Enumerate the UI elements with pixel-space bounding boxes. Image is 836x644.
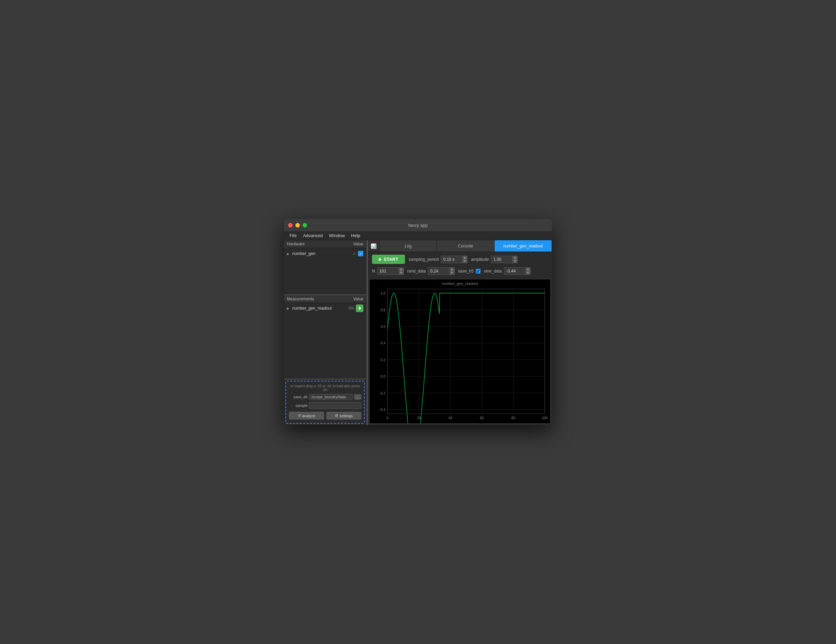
right-panel: 📊 Log Console number_gen_readout START s… (368, 240, 552, 425)
menu-file[interactable]: File (287, 232, 299, 239)
save-dir-row: save_dir /scope_foundry/data ... (289, 394, 361, 400)
rand-data-stepper[interactable]: ▲ ▼ (450, 268, 454, 275)
hardware-item-label: number_gen (292, 251, 351, 256)
N-group: N 101 ▲ ▼ (372, 267, 404, 275)
minimize-button[interactable] (296, 223, 300, 227)
tab-readout[interactable]: number_gen_readout (495, 240, 552, 252)
amplitude-stepper[interactable]: ▲ ▼ (513, 256, 517, 263)
amplitude-stepper-down[interactable]: ▼ (513, 260, 517, 263)
rand-data-value: 0.24 (428, 268, 449, 274)
chevron-right-icon: ▶ (287, 252, 291, 256)
N-label: N (372, 269, 375, 273)
rand-data-group: rand_data 0.24 ▲ ▼ (407, 267, 455, 275)
sample-input[interactable] (309, 402, 361, 409)
check-icon: ✓ (353, 251, 356, 257)
stepper-up[interactable]: ▲ (462, 256, 467, 260)
menu-bar: File Advanced Window Help (284, 231, 552, 240)
play-icon (359, 307, 361, 310)
bottom-buttons: ↺ analyze ⚙ settings (289, 411, 361, 420)
save-dir-label: save_dir (289, 395, 308, 399)
amplitude-group: amplitude 1.00 ▲ ▼ (471, 256, 518, 263)
sampling-period-stepper[interactable]: ▲ ▼ (462, 256, 467, 263)
analyze-icon: ↺ (298, 414, 301, 418)
amplitude-input-box: 1.00 ▲ ▼ (491, 256, 518, 263)
analyze-label: analyze (302, 414, 315, 418)
rand-data-label: rand_data (407, 269, 426, 273)
drop-hint-text: to inspect drop a .h5 or .ini, to load a… (289, 384, 361, 392)
hardware-item-number-gen[interactable]: ▶ number_gen ✓ ✓ (284, 250, 366, 258)
amplitude-stepper-up[interactable]: ▲ (513, 256, 517, 260)
close-button[interactable] (288, 223, 292, 227)
tab-icon: 📊 (368, 240, 380, 252)
hardware-value-col: Value (353, 242, 363, 247)
sampling-period-label: sampling_period (408, 257, 439, 262)
measurement-item-label: number_gen_readout (292, 306, 347, 311)
measurements-section: Measurements Value ▶ number_gen_readout … (284, 295, 366, 379)
chart-canvas (369, 280, 550, 423)
analyze-button[interactable]: ↺ analyze (289, 412, 324, 420)
measurement-item-value: 0% (349, 306, 354, 311)
stepper-down[interactable]: ▼ (462, 260, 467, 263)
sampling-period-group: sampling_period 0.10 s ▲ ▼ (408, 256, 467, 263)
chart-container: number_gen_readout (369, 279, 550, 424)
start-label: START (384, 257, 398, 262)
measurement-play-button[interactable] (356, 304, 363, 312)
N-value: 101 (377, 268, 398, 274)
sine-data-stepper-down[interactable]: ▼ (526, 271, 530, 275)
amplitude-value: 1.00 (491, 257, 512, 263)
rand-data-stepper-down[interactable]: ▼ (450, 271, 454, 275)
sampling-period-input-box: 0.10 s ▲ ▼ (441, 256, 467, 263)
hardware-checkbox[interactable]: ✓ (358, 251, 363, 257)
save-h5-label: save_h5 (458, 269, 474, 273)
settings-button[interactable]: ⚙ settings (326, 412, 362, 420)
controls-row: START sampling_period 0.10 s ▲ ▼ amp (368, 252, 552, 278)
measurements-title: Measurements (287, 297, 353, 301)
hardware-items: ▶ number_gen ✓ ✓ (284, 248, 366, 294)
menu-help[interactable]: Help (348, 232, 363, 239)
save-h5-group: save_h5 ✓ (458, 269, 480, 273)
traffic-lights (288, 223, 307, 227)
browse-button[interactable]: ... (354, 394, 361, 400)
sample-row: sample (289, 402, 361, 409)
save-dir-value: /scope_foundry/data (309, 394, 353, 400)
main-window: fancy app File Advanced Window Help Hard… (284, 219, 552, 425)
sine-data-label: sine_data (484, 269, 502, 273)
tab-console[interactable]: Console (437, 240, 494, 252)
hardware-header: Hardware Value (284, 240, 366, 248)
gear-icon: ⚙ (335, 414, 338, 418)
sampling-period-value: 0.10 s (441, 257, 462, 263)
amplitude-label: amplitude (471, 257, 489, 262)
chevron-right-icon: ▶ (287, 307, 291, 310)
sine-data-value: -0.44 (504, 268, 525, 274)
settings-label: settings (340, 414, 353, 418)
sine-data-stepper[interactable]: ▲ ▼ (526, 268, 530, 275)
rand-data-input-box: 0.24 ▲ ▼ (428, 267, 455, 275)
N-stepper[interactable]: ▲ ▼ (399, 268, 403, 275)
tab-bar: 📊 Log Console number_gen_readout (368, 240, 552, 252)
sine-data-input-box: -0.44 ▲ ▼ (504, 267, 531, 275)
sine-data-group: sine_data -0.44 ▲ ▼ (484, 267, 531, 275)
rand-data-stepper-up[interactable]: ▲ (450, 268, 454, 271)
window-title: fancy app (408, 223, 428, 228)
sample-label: sample (289, 404, 308, 407)
title-bar: fancy app (284, 219, 552, 231)
menu-advanced[interactable]: Advanced (300, 232, 326, 239)
save-h5-checkbox[interactable]: ✓ (476, 269, 480, 273)
start-button[interactable]: START (372, 255, 405, 264)
N-input-box: 101 ▲ ▼ (377, 267, 404, 275)
N-stepper-down[interactable]: ▼ (399, 271, 403, 275)
measurements-items: ▶ number_gen_readout 0% (284, 303, 366, 379)
tab-log[interactable]: Log (380, 240, 437, 252)
left-panel: Hardware Value ▶ number_gen ✓ ✓ Measurem… (284, 240, 366, 425)
hardware-section: Hardware Value ▶ number_gen ✓ ✓ (284, 240, 366, 295)
maximize-button[interactable] (303, 223, 307, 227)
sine-data-stepper-up[interactable]: ▲ (526, 268, 530, 271)
main-content: Hardware Value ▶ number_gen ✓ ✓ Measurem… (284, 240, 552, 425)
start-play-icon (379, 258, 382, 261)
N-stepper-up[interactable]: ▲ (399, 268, 403, 271)
measurement-item-readout[interactable]: ▶ number_gen_readout 0% (284, 303, 366, 314)
hardware-title: Hardware (287, 242, 353, 247)
menu-window[interactable]: Window (326, 232, 348, 239)
measurements-value-col: Value (353, 297, 363, 301)
drop-zone: to inspect drop a .h5 or .ini, to load a… (286, 381, 365, 424)
